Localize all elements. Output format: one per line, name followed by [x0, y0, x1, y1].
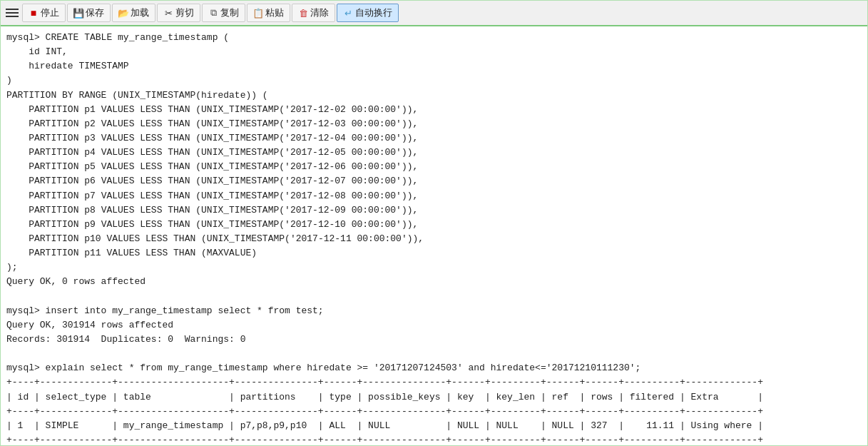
line-create-table: mysql> CREATE TABLE my_range_timestamp (	[6, 32, 229, 43]
line-close-paren: )	[6, 75, 12, 86]
save-icon: 💾	[73, 8, 83, 18]
paste-button[interactable]: 📋 粘贴	[247, 4, 290, 22]
line-query-ok1: Query OK, 0 rows affected	[6, 276, 145, 287]
terminal-output: mysql> CREATE TABLE my_range_timestamp (…	[1, 26, 867, 446]
cut-icon: ✂	[163, 8, 173, 18]
paste-label: 粘贴	[265, 6, 284, 19]
load-icon: 📂	[118, 8, 128, 18]
table-border3: +----+-------------+--------------------…	[6, 435, 763, 445]
partitions-list: PARTITION p1 VALUES LESS THAN (UNIX_TIME…	[6, 104, 424, 258]
copy-label: 复制	[220, 6, 239, 19]
table-header: | id | select_type | table | partitions …	[6, 392, 763, 402]
clear-label: 清除	[310, 6, 329, 19]
save-button[interactable]: 💾 保存	[67, 4, 111, 22]
line-hiredate: hiredate TIMESTAMP	[6, 61, 129, 71]
table-border1: +----+-------------+--------------------…	[6, 377, 763, 387]
toolbar: ■ 停止 💾 保存 📂 加载 ✂ 剪切 ⧉ 复制 📋 粘贴 🗑 清除 ↵ 自动换…	[1, 1, 867, 26]
load-button[interactable]: 📂 加载	[112, 4, 155, 22]
line-partition-by: PARTITION BY RANGE (UNIX_TIMESTAMP(hired…	[6, 90, 268, 101]
line-end-paren: );	[6, 262, 18, 273]
cut-button[interactable]: ✂ 剪切	[157, 4, 200, 22]
auto-wrap-icon: ↵	[343, 8, 353, 18]
paste-icon: 📋	[253, 8, 263, 18]
line-id: id INT,	[6, 46, 68, 57]
stop-icon: ■	[29, 8, 39, 18]
table-border2: +----+-------------+--------------------…	[6, 406, 763, 417]
stop-button[interactable]: ■ 停止	[22, 4, 66, 22]
auto-wrap-label: 自动换行	[355, 6, 392, 19]
save-label: 保存	[86, 6, 104, 19]
table-row: | 1 | SIMPLE | my_range_timestamp | p7,p…	[6, 420, 763, 431]
line-explain-query: select * from my_range_timestamp where h…	[84, 363, 640, 373]
copy-button[interactable]: ⧉ 复制	[202, 4, 245, 22]
cut-label: 剪切	[175, 6, 194, 19]
terminal-content: mysql> CREATE TABLE my_range_timestamp (…	[6, 31, 862, 446]
auto-wrap-button[interactable]: ↵ 自动换行	[337, 4, 399, 22]
line-records: Records: 301914 Duplicates: 0 Warnings: …	[6, 334, 245, 345]
line-query-ok2: Query OK, 301914 rows affected	[6, 320, 173, 330]
line-explain: mysql> explain	[6, 363, 84, 373]
clear-icon: 🗑	[298, 8, 308, 18]
line-insert: mysql> insert into my_range_timestamp se…	[6, 305, 324, 316]
copy-icon: ⧉	[208, 8, 218, 18]
clear-button[interactable]: 🗑 清除	[292, 4, 335, 22]
hamburger-button[interactable]	[4, 3, 21, 23]
stop-label: 停止	[41, 6, 59, 19]
load-label: 加载	[131, 6, 149, 19]
